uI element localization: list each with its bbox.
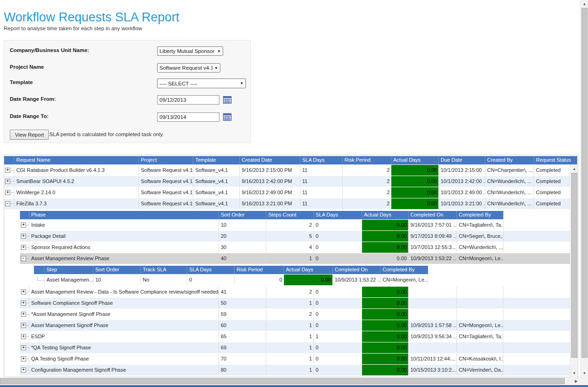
cell-completed-on: [409, 287, 457, 297]
horizontal-scrollbar[interactable]: ▶: [0, 377, 580, 385]
cell-sla-days: 0: [314, 298, 362, 308]
report-vertical-scrollbar[interactable]: ▲ ▼: [570, 165, 578, 377]
chevron-down-icon: ▼: [214, 66, 218, 70]
date-from-input[interactable]: [157, 95, 219, 105]
calendar-icon[interactable]: [223, 96, 231, 104]
expand-cell: +: [4, 165, 14, 176]
expand-icon[interactable]: +: [21, 334, 26, 339]
expand-icon[interactable]: +: [21, 289, 26, 295]
column-header-due-date: Due Date: [439, 156, 485, 164]
cell-project: Software Request v4.1: [139, 187, 193, 198]
column-header-created-date: Created Date: [240, 156, 300, 164]
request-row[interactable]: −FileZilla 3.7.3Software Request v4.1Sof…: [4, 198, 578, 209]
expand-cell: +: [20, 365, 29, 375]
tree-leaf-connector: [37, 277, 44, 281]
column-header-sla-days: SLA Days: [314, 211, 362, 219]
cell-steps-count: 1: [266, 365, 314, 375]
phase-row[interactable]: +Asset Management Review - Data - Is Sof…: [20, 287, 578, 297]
scroll-down-arrow-icon[interactable]: ▼: [570, 369, 578, 377]
cell-sort-order: 10: [219, 220, 266, 230]
column-header-template: Template: [193, 156, 240, 164]
cell-steps-count: 4: [266, 242, 314, 253]
phase-row[interactable]: +Configuration Management Signoff Phase8…: [20, 365, 578, 375]
cell-completed-on: 10/9/2013 9:56:34 ...: [409, 331, 457, 342]
cell-completed-on: 10/11/2013 12:44:...: [409, 354, 457, 364]
scroll-right-arrow-icon[interactable]: ▶: [572, 377, 580, 385]
cell-sort-order: 10: [93, 275, 141, 285]
request-row[interactable]: +SmartBear SOAPUI 4.5.2Software Request …: [4, 176, 578, 187]
expand-icon[interactable]: +: [5, 179, 10, 184]
phase-row[interactable]: −Asset Management Review Phase40100.0010…: [20, 253, 578, 264]
chevron-down-icon: ▼: [217, 49, 221, 53]
header-row: Request NameProjectTemplateCreated DateS…: [4, 156, 578, 164]
phase-row[interactable]: +Software Compliance Signoff Phase50100.…: [20, 298, 578, 308]
expand-icon[interactable]: +: [21, 245, 26, 250]
cell-steps-count: 1: [266, 253, 314, 264]
cell-completed-by: CN=Mongeon\, Le...: [457, 253, 503, 264]
column-header-phase: Phase: [29, 211, 219, 219]
scroll-up-arrow-icon[interactable]: ▲: [570, 165, 578, 173]
cell-completed-by: CN=Seger\, Bruce,...: [457, 231, 503, 242]
cell-actual-days: 0.00: [362, 320, 409, 331]
cell-phase: *Asset Management Signoff Phase: [29, 309, 219, 320]
project-select[interactable]: Software Request v4.1 ▼: [157, 63, 220, 72]
tree-dotted-line: [26, 303, 29, 303]
expand-icon[interactable]: +: [5, 190, 10, 195]
scrollbar-thumb[interactable]: [581, 8, 588, 358]
cell-phase: Package Detail: [29, 231, 219, 242]
collapse-icon[interactable]: −: [5, 201, 10, 206]
company-select[interactable]: Liberty Mutual Sponsor ▼: [157, 46, 223, 56]
expand-cell: −: [20, 253, 29, 264]
phase-row[interactable]: +Asset Management Signoff Phase60100.001…: [20, 320, 578, 331]
cell-steps-count: 5: [266, 231, 314, 242]
cell-sort-order: 60: [219, 320, 266, 331]
cell-sort-order: 59: [219, 309, 266, 320]
phase-row[interactable]: +ESDP65110.0010/9/2013 9:56:34 ...CN=Tag…: [20, 331, 578, 342]
expand-icon[interactable]: +: [5, 168, 10, 173]
scrollbar-thumb[interactable]: [571, 173, 577, 358]
phase-row[interactable]: +Sponsor Required Actions30400.0010/7/20…: [20, 242, 578, 253]
cell-template: Software_v4.1: [193, 187, 240, 198]
tree-dotted-line: [26, 314, 29, 315]
expand-icon[interactable]: +: [21, 301, 26, 306]
page-vertical-scrollbar[interactable]: ▲ ▼: [580, 0, 588, 377]
view-report-button[interactable]: View Report: [10, 130, 49, 140]
column-header-risk-period: Risk Period: [235, 266, 284, 274]
expand-icon[interactable]: +: [21, 323, 26, 328]
cell-created-by: CN=Charpentier\, ...: [485, 165, 534, 176]
date-to-input[interactable]: [157, 112, 219, 122]
collapse-icon[interactable]: −: [21, 256, 26, 261]
expand-icon[interactable]: +: [21, 312, 26, 317]
request-row[interactable]: +WinMerge 2.14.0Software Request v4.1Sof…: [4, 187, 578, 198]
phase-row[interactable]: +Intake10200.009/16/2013 7:57:01 ...CN=T…: [20, 220, 578, 230]
cell-risk-period: 0: [235, 275, 284, 285]
request-row[interactable]: +CGI Ratabase Product Builder v6.4.1.3So…: [4, 165, 578, 176]
template-select[interactable]: ---- SELECT ---- ▼: [157, 79, 246, 88]
expand-icon[interactable]: +: [21, 367, 26, 373]
column-header-completed-by: Completed By: [381, 266, 428, 274]
scrollbar-corner: [580, 377, 588, 385]
cell-completed-on: 10/9/2013 1:57:58 ...: [409, 320, 457, 331]
cell-sort-order: 30: [219, 242, 266, 253]
expand-icon[interactable]: +: [21, 345, 26, 350]
phase-row[interactable]: +QA Testing Signoff Phase70100.0010/11/2…: [20, 354, 578, 364]
cell-steps-count: 2: [266, 309, 314, 320]
scrollbar-thumb[interactable]: [0, 378, 565, 384]
expand-icon[interactable]: +: [21, 234, 26, 239]
expand-cell: +: [20, 309, 29, 320]
expand-icon[interactable]: +: [21, 223, 26, 228]
phase-row[interactable]: +Package Detail20500.009/17/2013 8:09:49…: [20, 231, 578, 242]
cell-completed-by: CN=Mongeon\, Le...: [457, 320, 503, 331]
tree-dotted-line: [26, 292, 29, 292]
expand-cell: +: [20, 298, 29, 308]
scroll-down-arrow-icon[interactable]: ▼: [581, 369, 588, 377]
expand-icon[interactable]: +: [21, 356, 26, 361]
cell-due-date: 10/1/2013 3:21:00 ...: [439, 198, 485, 209]
step-row[interactable]: Asset Managemen...10No000.0010/9/2013 1:…: [34, 275, 578, 285]
scroll-up-arrow-icon[interactable]: ▲: [581, 0, 588, 8]
header-row: StepSort OrderTrack SLASLA DaysRisk Peri…: [34, 266, 578, 274]
calendar-icon[interactable]: [223, 113, 231, 121]
phase-row[interactable]: +*QA Testing Signoff Phase69100.00: [20, 342, 578, 353]
phase-row[interactable]: +*Asset Management Signoff Phase59200.00: [20, 309, 578, 320]
cell-sla-days: 0: [314, 309, 362, 320]
